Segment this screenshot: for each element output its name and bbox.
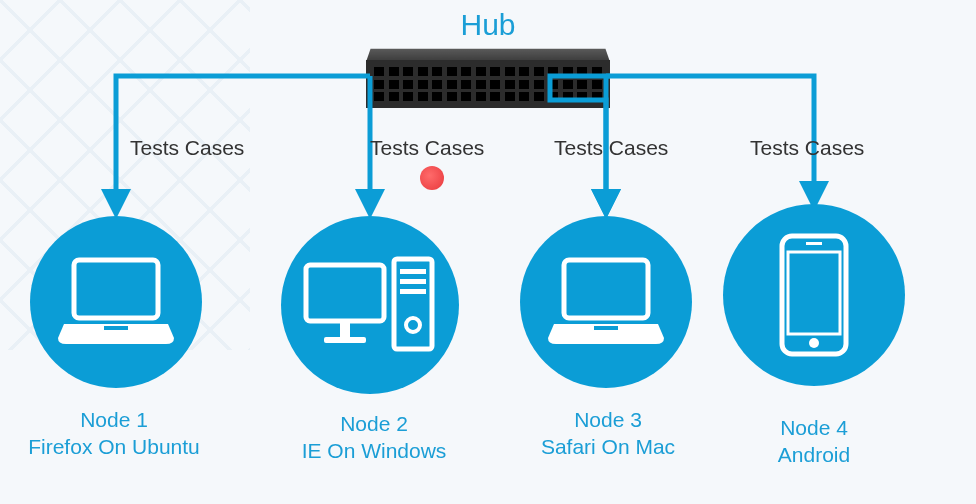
arrow-label-3: Tests Cases: [554, 136, 668, 160]
node-1-subtitle: Firefox On Ubuntu: [4, 433, 224, 460]
node-3-circle: [520, 216, 692, 388]
svg-rect-13: [572, 268, 640, 310]
svg-rect-1: [82, 268, 150, 310]
svg-rect-4: [314, 273, 376, 313]
node-4-circle: [723, 204, 905, 386]
hub-port-row: [374, 92, 602, 101]
svg-rect-5: [340, 323, 350, 337]
hub-label: Hub: [460, 8, 515, 42]
hub-port-row: [374, 80, 602, 89]
node-4-label: Node 4 Android: [704, 414, 924, 468]
hub-front-face: [366, 60, 610, 108]
node-1-circle: [30, 216, 202, 388]
node-1-label: Node 1 Firefox On Ubuntu: [4, 406, 224, 460]
node-1-title: Node 1: [4, 406, 224, 433]
node-3-label: Node 3 Safari On Mac: [498, 406, 718, 460]
svg-rect-10: [400, 289, 426, 294]
svg-point-11: [406, 318, 420, 332]
svg-rect-14: [594, 326, 618, 330]
node-2-title: Node 2: [264, 410, 484, 437]
svg-rect-6: [324, 337, 366, 343]
svg-rect-16: [788, 252, 840, 334]
smartphone-icon: [774, 230, 854, 360]
svg-rect-18: [806, 242, 822, 245]
node-2-label: Node 2 IE On Windows: [264, 410, 484, 464]
laptop-icon: [56, 252, 176, 352]
node-3-subtitle: Safari On Mac: [498, 433, 718, 460]
svg-rect-8: [400, 269, 426, 274]
node-2-circle: [281, 216, 459, 394]
hub-port-row: [374, 67, 602, 76]
arrow-label-4: Tests Cases: [750, 136, 864, 160]
laptop-icon: [546, 252, 666, 352]
desktop-tower-icon: [300, 245, 440, 365]
hub-device: [366, 44, 610, 108]
arrow-label-2: Tests Cases: [370, 136, 484, 160]
node-2-subtitle: IE On Windows: [264, 437, 484, 464]
svg-rect-2: [104, 326, 128, 330]
svg-rect-9: [400, 279, 426, 284]
node-4-title: Node 4: [704, 414, 924, 441]
node-3-title: Node 3: [498, 406, 718, 433]
node-4-subtitle: Android: [704, 441, 924, 468]
pointer-dot-icon: [420, 166, 444, 190]
arrow-label-1: Tests Cases: [130, 136, 244, 160]
svg-point-17: [809, 338, 819, 348]
